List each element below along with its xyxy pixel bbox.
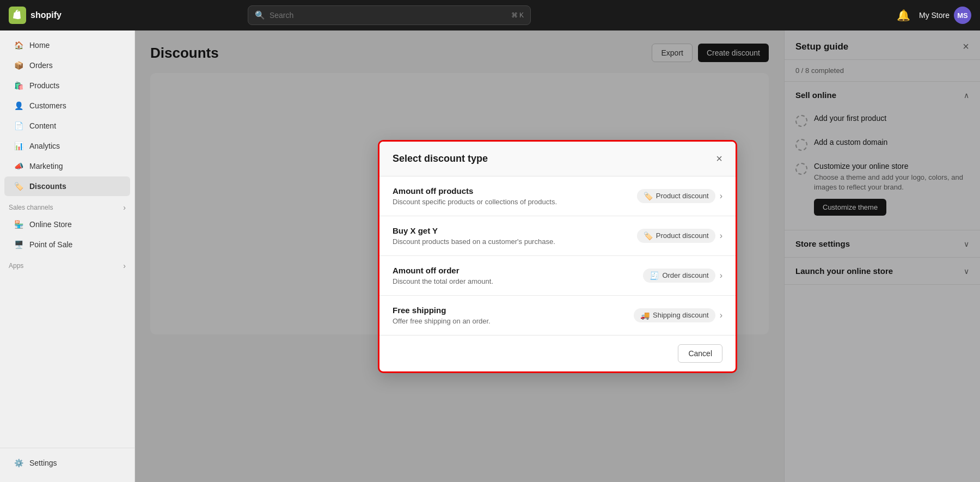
sidebar-item-home-label: Home	[29, 41, 50, 50]
sidebar-item-online-store-label: Online Store	[29, 220, 72, 229]
discount-option-left: Amount off products Discount specific pr…	[393, 186, 557, 206]
shopify-logo-icon	[9, 7, 26, 24]
sidebar-item-settings[interactable]: ⚙️ Settings	[4, 453, 130, 473]
sidebar-bottom: ⚙️ Settings	[0, 448, 134, 478]
discount-option-amount-off-order[interactable]: Amount off order Discount the total orde…	[379, 256, 736, 296]
store-switcher[interactable]: My Store MS	[919, 7, 971, 24]
discount-option-right: 🏷️ Product discount ›	[637, 189, 722, 203]
sidebar-item-marketing[interactable]: 📣 Marketing	[4, 156, 130, 176]
modal-close-button[interactable]: ×	[716, 152, 722, 165]
content-area: Discounts Export Create discount Learn m…	[135, 30, 980, 482]
discount-option-right: 🧾 Order discount ›	[643, 269, 722, 283]
sidebar-nav: 🏠 Home 📦 Orders 🛍️ Products 👤 Customers …	[0, 35, 134, 443]
search-icon: 🔍	[255, 10, 265, 20]
products-icon: 🛍️	[13, 80, 24, 91]
sales-channels-section: Sales channels ›	[0, 197, 134, 214]
discount-option-title: Amount off products	[393, 186, 557, 196]
settings-icon: ⚙️	[13, 457, 24, 468]
discount-badge-shipping: 🚚 Shipping discount	[634, 308, 715, 322]
discount-option-left: Buy X get Y Discount products based on a…	[393, 226, 555, 246]
sidebar-item-customers-label: Customers	[29, 101, 66, 110]
online-store-icon: 🏪	[13, 219, 24, 230]
discount-option-right: 🏷️ Product discount ›	[637, 229, 722, 243]
discount-option-desc: Discount products based on a customer's …	[393, 237, 555, 246]
discount-badge-label-3: Order discount	[662, 271, 708, 279]
discount-option-desc: Discount the total order amount.	[393, 277, 493, 285]
discount-option-free-shipping[interactable]: Free shipping Offer free shipping on an …	[379, 296, 736, 335]
shopify-text: shopify	[30, 10, 62, 20]
discount-option-title: Buy X get Y	[393, 226, 555, 235]
discount-option-amount-off-products[interactable]: Amount off products Discount specific pr…	[379, 176, 736, 216]
shipping-badge-icon: 🚚	[640, 311, 650, 320]
discount-option-left: Free shipping Offer free shipping on an …	[393, 306, 491, 325]
modal-body: Amount off products Discount specific pr…	[379, 176, 736, 335]
search-bar[interactable]: 🔍 ⌘ K	[248, 5, 531, 25]
search-shortcut: ⌘ K	[511, 11, 524, 19]
sidebar-item-point-of-sale[interactable]: 🖥️ Point of Sale	[4, 235, 130, 254]
apps-arrow-icon[interactable]: ›	[123, 261, 126, 270]
sidebar-item-content[interactable]: 📄 Content	[4, 116, 130, 136]
sidebar-item-customers[interactable]: 👤 Customers	[4, 96, 130, 115]
sidebar-item-pos-label: Point of Sale	[29, 240, 72, 249]
sidebar-item-online-store[interactable]: 🏪 Online Store	[4, 215, 130, 234]
discount-badge-product: 🏷️ Product discount	[637, 189, 715, 203]
product-badge-icon: 🏷️	[644, 192, 653, 200]
discount-option-desc: Offer free shipping on an order.	[393, 317, 491, 325]
discount-option-buy-x-get-y[interactable]: Buy X get Y Discount products based on a…	[379, 216, 736, 256]
pos-icon: 🖥️	[13, 239, 24, 250]
discount-type-modal: Select discount type × Amount off produc…	[378, 140, 737, 373]
sidebar-item-orders[interactable]: 📦 Orders	[4, 56, 130, 75]
sidebar-item-products[interactable]: 🛍️ Products	[4, 76, 130, 95]
sidebar-item-marketing-label: Marketing	[29, 162, 63, 170]
discount-option-title: Free shipping	[393, 306, 491, 315]
product-badge-icon-2: 🏷️	[644, 231, 653, 240]
sidebar-item-discounts-label: Discounts	[29, 182, 66, 191]
store-name: My Store	[919, 11, 950, 20]
modal-title: Select discount type	[393, 153, 488, 164]
chevron-right-icon-2: ›	[720, 231, 722, 241]
shopify-logo[interactable]: shopify	[9, 7, 62, 24]
topbar-right: 🔔 My Store MS	[897, 7, 971, 24]
sidebar-item-settings-label: Settings	[29, 459, 57, 467]
sidebar-item-orders-label: Orders	[29, 61, 53, 70]
sidebar-item-products-label: Products	[29, 81, 59, 90]
sidebar-item-discounts[interactable]: 🏷️ Discounts	[4, 176, 130, 196]
sidebar-item-analytics-label: Analytics	[29, 142, 60, 150]
customers-icon: 👤	[13, 100, 24, 111]
discount-badge-label-4: Shipping discount	[653, 311, 709, 319]
search-input[interactable]	[270, 11, 507, 20]
analytics-icon: 📊	[13, 141, 24, 151]
discount-badge-product-2: 🏷️ Product discount	[637, 229, 715, 243]
discount-option-title: Amount off order	[393, 266, 493, 275]
discount-badge-label: Product discount	[656, 192, 709, 200]
avatar: MS	[954, 7, 971, 24]
discount-option-desc: Discount specific products or collection…	[393, 198, 557, 206]
sidebar-item-analytics[interactable]: 📊 Analytics	[4, 136, 130, 156]
sales-channels-label: Sales channels	[9, 204, 53, 211]
content-icon: 📄	[13, 120, 24, 131]
modal-footer: Cancel	[379, 335, 736, 371]
modal-header: Select discount type ×	[379, 142, 736, 176]
notification-bell-icon[interactable]: 🔔	[897, 9, 910, 22]
discount-badge-order: 🧾 Order discount	[643, 269, 715, 283]
modal-overlay: Select discount type × Amount off produc…	[135, 30, 980, 482]
chevron-right-icon-4: ›	[720, 310, 722, 320]
sidebar-item-home[interactable]: 🏠 Home	[4, 35, 130, 55]
chevron-right-icon: ›	[720, 191, 722, 201]
discount-badge-label-2: Product discount	[656, 231, 709, 240]
marketing-icon: 📣	[13, 161, 24, 172]
sidebar: 🏠 Home 📦 Orders 🛍️ Products 👤 Customers …	[0, 30, 135, 482]
discounts-icon: 🏷️	[13, 181, 24, 192]
chevron-right-icon-3: ›	[720, 271, 722, 280]
topbar: shopify 🔍 ⌘ K 🔔 My Store MS	[0, 0, 980, 30]
sales-channels-arrow-icon[interactable]: ›	[123, 203, 126, 212]
apps-label: Apps	[9, 262, 23, 270]
cancel-button[interactable]: Cancel	[678, 344, 722, 363]
discount-option-left: Amount off order Discount the total orde…	[393, 266, 493, 285]
orders-icon: 📦	[13, 60, 24, 71]
sidebar-item-content-label: Content	[29, 121, 56, 130]
apps-section: Apps ›	[0, 255, 134, 272]
discount-option-right: 🚚 Shipping discount ›	[634, 308, 722, 322]
home-icon: 🏠	[13, 40, 24, 51]
order-badge-icon: 🧾	[650, 271, 659, 280]
